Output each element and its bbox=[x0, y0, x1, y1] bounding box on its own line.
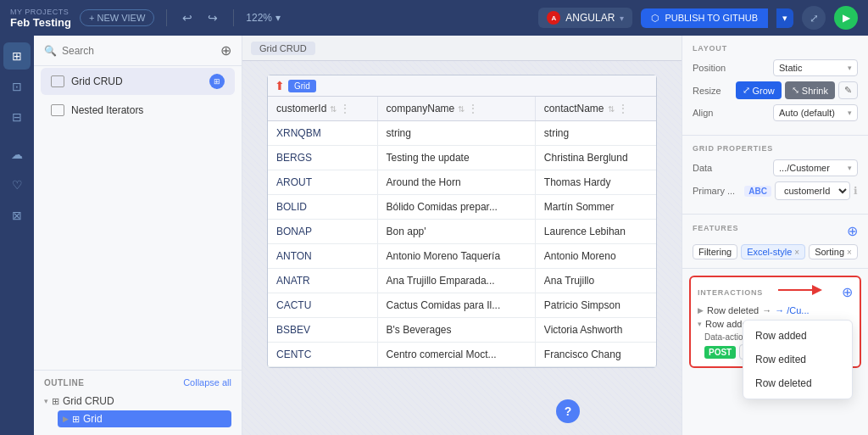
angular-selector[interactable]: A ANGULAR ▾ bbox=[538, 8, 632, 28]
contactname-label: contactName bbox=[544, 103, 604, 114]
features-add-button[interactable]: ⊕ bbox=[847, 223, 858, 239]
canvas-toolbar: Grid CRUD bbox=[242, 36, 682, 61]
companyname-sort-icon[interactable]: ⇅ bbox=[458, 104, 465, 114]
cell-companyname: Testing the update bbox=[377, 146, 535, 170]
row-added-expand[interactable]: ▾ bbox=[698, 320, 702, 328]
layers-button[interactable]: ⊞ bbox=[3, 42, 31, 70]
layout-title: LAYOUT bbox=[693, 44, 858, 53]
cell-companyname: Bólido Comidas prepar... bbox=[377, 195, 535, 220]
cell-contactname: Victoria Ashworth bbox=[535, 318, 656, 343]
table-row[interactable]: BSBEV B's Beverages Victoria Ashworth bbox=[268, 318, 656, 343]
data-label: Data bbox=[693, 163, 712, 173]
style-button[interactable]: ☁ bbox=[3, 141, 31, 168]
cell-contactname: Patricio Simpson bbox=[535, 293, 656, 318]
customerid-menu-icon[interactable]: ⋮ bbox=[340, 103, 350, 114]
interactions-add-button[interactable]: ⊕ bbox=[842, 284, 853, 300]
cell-contactname: Christina Berglund bbox=[535, 146, 656, 170]
undo-button[interactable]: ↩ bbox=[179, 8, 196, 28]
features-title: FEATURES bbox=[693, 224, 738, 232]
table-row[interactable]: BOLID Bólido Comidas prepar... Martín So… bbox=[268, 195, 656, 220]
topbar-divider-2 bbox=[233, 9, 234, 26]
resize-edit-button[interactable]: ✎ bbox=[838, 81, 858, 99]
table-row[interactable]: XRNQBM string string bbox=[268, 121, 656, 146]
cell-contactname: Antonio Moreno bbox=[535, 244, 656, 269]
align-value: Auto (default) bbox=[779, 108, 835, 118]
sidebar-item-nested-iterators[interactable]: Nested Iterators bbox=[41, 98, 235, 122]
grid-container: ⬆ Grid customerId ⇅ ⋮ bbox=[267, 75, 657, 368]
col-header-companyname: companyName ⇅ ⋮ bbox=[377, 97, 535, 121]
table-row[interactable]: BONAP Bon app' Laurence Lebihan bbox=[268, 220, 656, 244]
share-button[interactable]: ⤢ bbox=[802, 6, 826, 30]
grow-label: Grow bbox=[753, 86, 775, 96]
grid-nav-icon: ⬆ bbox=[275, 79, 285, 92]
position-row: Position Static ▾ bbox=[693, 59, 858, 76]
collapse-all-button[interactable]: Collapse all bbox=[183, 377, 231, 388]
row-deleted-arrow-icon: → bbox=[762, 305, 771, 315]
help-button[interactable]: ? bbox=[556, 399, 580, 423]
table-row[interactable]: ANTON Antonio Moreno Taquería Antonio Mo… bbox=[268, 244, 656, 269]
run-button[interactable]: ▶ bbox=[834, 6, 858, 30]
row-deleted-expand[interactable]: ▶ bbox=[698, 306, 704, 315]
contactname-sort-icon[interactable]: ⇅ bbox=[608, 104, 615, 114]
redo-button[interactable]: ↪ bbox=[204, 8, 221, 28]
customerid-label: customerId bbox=[276, 103, 326, 114]
cell-customerid: BSBEV bbox=[268, 318, 377, 343]
table-row[interactable]: CENTC Centro comercial Moct... Francisco… bbox=[268, 343, 656, 367]
main-layout: ⊞ ⊡ ⊟ ☁ ♡ ⊠ 🔍 ⊕ Grid CRUD ⊞ Nested Itera… bbox=[0, 36, 868, 435]
zoom-control[interactable]: 122% ▾ bbox=[246, 12, 281, 24]
primary-key-select[interactable]: customerId bbox=[775, 181, 850, 200]
sorting-remove-button[interactable]: × bbox=[847, 248, 852, 257]
publish-dropdown-button[interactable]: ▾ bbox=[776, 8, 793, 28]
dropdown-row-added[interactable]: Row added bbox=[743, 324, 852, 348]
publish-button[interactable]: ⬡ PUBLISH TO GITHUB bbox=[641, 8, 768, 28]
sidebar-item-grid-crud[interactable]: Grid CRUD ⊞ bbox=[41, 68, 235, 95]
outline-grid-item[interactable]: ▶ ⊞ Grid bbox=[58, 410, 231, 427]
events-button[interactable]: ♡ bbox=[3, 171, 31, 198]
search-input[interactable] bbox=[62, 45, 215, 57]
table-row[interactable]: ANATR Ana Trujillo Emparada... Ana Truji… bbox=[268, 269, 656, 293]
companyname-menu-icon[interactable]: ⋮ bbox=[468, 103, 478, 114]
layout-section: LAYOUT Position Static ▾ Resize ⤢ Grow ⤡ bbox=[682, 36, 868, 136]
primary-row: Primary ... ABC customerId ℹ bbox=[693, 181, 858, 200]
components-button[interactable]: ⊡ bbox=[3, 73, 31, 100]
data-value: .../Customer bbox=[779, 163, 830, 173]
position-select[interactable]: Static ▾ bbox=[773, 59, 858, 76]
settings-button[interactable]: ⊠ bbox=[3, 202, 31, 229]
data-chevron-icon: ▾ bbox=[848, 164, 852, 172]
data-select[interactable]: .../Customer ▾ bbox=[773, 159, 858, 176]
col-header-customerid: customerId ⇅ ⋮ bbox=[268, 97, 377, 121]
dropdown-row-edited[interactable]: Row edited bbox=[743, 348, 852, 371]
cell-customerid: BERGS bbox=[268, 146, 377, 170]
table-row[interactable]: BERGS Testing the update Christina Bergl… bbox=[268, 146, 656, 170]
sidebar-item-nested-label: Nested Iterators bbox=[71, 104, 143, 116]
contactname-menu-icon[interactable]: ⋮ bbox=[618, 103, 628, 114]
cell-companyname: Cactus Comidas para Il... bbox=[377, 293, 535, 318]
new-view-button[interactable]: + NEW VIEW bbox=[80, 9, 154, 26]
filtering-label: Filtering bbox=[698, 247, 732, 257]
project-label: MY PROJECTS bbox=[10, 8, 71, 16]
customerid-sort-icon[interactable]: ⇅ bbox=[330, 104, 337, 114]
cell-customerid: XRNQBM bbox=[268, 121, 377, 146]
canvas-content: ⬆ Grid customerId ⇅ ⋮ bbox=[242, 61, 682, 435]
cell-contactname: Thomas Hardy bbox=[535, 170, 656, 195]
add-component-button[interactable]: ⊕ bbox=[220, 42, 231, 59]
shrink-button[interactable]: ⤡ Shrink bbox=[785, 81, 835, 99]
sidebar-search-bar: 🔍 ⊕ bbox=[34, 36, 242, 66]
project-info: MY PROJECTS Feb Testing bbox=[10, 8, 71, 29]
outline-header: OUTLINE Collapse all bbox=[44, 377, 231, 388]
position-chevron-icon: ▾ bbox=[848, 64, 852, 72]
grid-table: customerId ⇅ ⋮ companyName ⇅ ⋮ bbox=[268, 97, 656, 367]
table-row[interactable]: CACTU Cactus Comidas para Il... Patricio… bbox=[268, 293, 656, 318]
row-deleted-path: → /Cu... bbox=[775, 305, 809, 315]
excel-remove-button[interactable]: × bbox=[794, 248, 799, 257]
dropdown-row-deleted[interactable]: Row deleted bbox=[743, 371, 852, 395]
grid-crud-badge: ⊞ bbox=[209, 74, 225, 89]
table-row[interactable]: AROUT Around the Horn Thomas Hardy bbox=[268, 170, 656, 195]
data-button[interactable]: ⊟ bbox=[3, 103, 31, 131]
outline-grid-crud-item[interactable]: ▾ ⊞ Grid CRUD bbox=[44, 393, 231, 410]
cell-contactname: Francisco Chang bbox=[535, 343, 656, 367]
canvas-breadcrumb[interactable]: Grid CRUD bbox=[251, 42, 315, 55]
grow-button[interactable]: ⤢ Grow bbox=[736, 81, 782, 99]
shrink-label: Shrink bbox=[802, 86, 828, 96]
align-select[interactable]: Auto (default) ▾ bbox=[773, 104, 858, 121]
